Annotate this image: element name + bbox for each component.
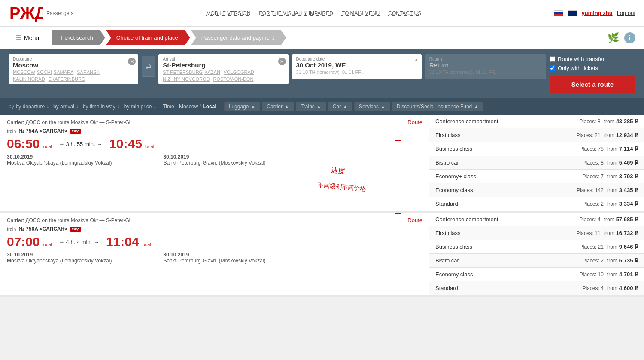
sort-departure-link[interactable]: by departure: [16, 104, 45, 110]
price-amount-0-3: 5,469 ₽: [619, 159, 638, 166]
info-icons: 🌿 i: [608, 32, 635, 43]
price-row-0-0[interactable]: Conference compartment Places: 8 from 43…: [429, 115, 644, 128]
depart-block-0: 06:50 local: [7, 137, 52, 151]
arrive-local-tag-1: local: [141, 242, 151, 247]
price-amount-0-4: 3,793 ₽: [619, 173, 638, 180]
departure-date-label: Departure date: [296, 57, 409, 61]
suggestion-saransk[interactable]: SARANSK: [77, 70, 100, 75]
price-row-1-3[interactable]: Bistro car Places: 2 from 6,735 ₽: [429, 254, 644, 268]
price-places-1-2: Places: 21: [580, 244, 604, 250]
date-up-button[interactable]: ▲: [414, 57, 419, 63]
only-tickets-option[interactable]: Only with tickets: [550, 65, 635, 71]
departure-value: Moscow: [13, 61, 125, 69]
select-route-button[interactable]: Select a route: [550, 76, 635, 93]
train-number-0: № 754А «САПСАН»: [18, 128, 67, 134]
clear-arrival-button[interactable]: ✕: [278, 58, 286, 65]
depart-local-tag-0: local: [42, 144, 52, 149]
price-places-1-5: Places: 4: [582, 285, 603, 291]
return-label: Return: [429, 57, 542, 61]
suggestion-stpetersburg[interactable]: ST-PETERSBURG: [163, 70, 203, 75]
route-with-transfer-option[interactable]: Route with transfer: [550, 56, 635, 62]
suggestion-rostov[interactable]: ROSTOV-ON-DON: [213, 76, 253, 82]
flag-ru-icon[interactable]: [554, 10, 563, 16]
step-ticket-search[interactable]: Ticket search: [52, 30, 105, 45]
price-row-0-5[interactable]: Economy class Places: 142 from 3,435 ₽: [429, 183, 644, 197]
car-filter-button[interactable]: Car▲: [328, 102, 352, 111]
price-row-0-6[interactable]: Standard Places: 2 from 3,334 ₽: [429, 197, 644, 211]
suggestion-moscow[interactable]: MOSCOW: [13, 70, 35, 75]
price-row-1-4[interactable]: Economy class Places: 10 from 4,701 ₽: [429, 268, 644, 281]
step-choice-train[interactable]: Choice of train and place: [106, 30, 190, 45]
price-row-0-4[interactable]: Economy+ class Places: 7 from 3,793 ₽: [429, 170, 644, 183]
price-row-1-5[interactable]: Standard Places: 4 from 4,600 ₽: [429, 281, 644, 295]
discounts-filter-button[interactable]: Discounts/Social Insurance Fund▲: [392, 102, 483, 111]
departure-field: Departure Moscow MOSCOW SOCHI SAMARA SAR…: [9, 54, 138, 84]
price-amount-1-3: 6,735 ₽: [619, 257, 638, 264]
main-menu-link[interactable]: TO MAIN MENU: [342, 10, 380, 16]
route-link-1[interactable]: Route: [407, 217, 422, 223]
suggestion-ekaterinburg[interactable]: EKATERINBURG: [49, 76, 85, 82]
price-row-0-3[interactable]: Bistro car Places: 8 from 5,469 ₽: [429, 156, 644, 170]
suggestion-samara[interactable]: SAMARA: [54, 70, 73, 75]
logout-link[interactable]: Log out: [617, 10, 635, 16]
menu-button[interactable]: ☰ Menu: [9, 31, 46, 45]
arrive-local-tag-0: local: [145, 144, 155, 149]
info-circle-icon[interactable]: i: [624, 32, 635, 43]
depart-info-1: 30.10.2019 Moskva Oktyabr'skaya (Leningr…: [7, 252, 422, 264]
route-with-transfer-checkbox[interactable]: [550, 56, 555, 62]
sort-icon-time: ↕: [117, 104, 120, 110]
time-moscow-link[interactable]: Moscow: [179, 104, 198, 110]
sort-price-link[interactable]: by min price: [124, 104, 152, 110]
visually-impaired-link[interactable]: FOR THE VISUALLY IMPAIRED: [259, 10, 333, 16]
luggage-filter-button[interactable]: Luggage▲: [224, 102, 261, 111]
services-filter-button[interactable]: Services▲: [354, 102, 390, 111]
suggestion-kazan[interactable]: KAZAN: [204, 70, 220, 75]
username-link[interactable]: yuming zhu: [581, 10, 612, 16]
price-from-0-3: from: [607, 160, 617, 166]
mobile-version-link[interactable]: MOBILE VERSION: [207, 10, 251, 16]
price-amount-0-2: 7,114 ₽: [619, 146, 638, 152]
only-tickets-checkbox[interactable]: [550, 65, 555, 71]
price-places-0-3: Places: 8: [582, 160, 603, 166]
swap-button[interactable]: ⇄: [142, 56, 155, 77]
price-from-0-4: from: [607, 174, 617, 180]
sapsan-logo-1: РЖД: [70, 227, 81, 232]
carrier-filter-button[interactable]: Carrier▲: [262, 102, 294, 111]
price-places-0-2: Places: 78: [580, 146, 604, 152]
suggestion-kaliningrad[interactable]: KALININGRAD: [13, 76, 45, 82]
route-link-0[interactable]: Route: [407, 119, 422, 125]
logo-text: Passengers: [46, 10, 73, 16]
price-panel-1: Conference compartment Places: 4 from 57…: [429, 213, 644, 295]
price-amount-0-5: 3,435 ₽: [619, 187, 638, 193]
sort-time-link[interactable]: by time in way: [83, 104, 115, 110]
price-row-1-2[interactable]: Business class Places: 21 from 9,646 ₽: [429, 240, 644, 254]
price-places-0-4: Places: 7: [582, 174, 603, 180]
clear-departure-button[interactable]: ✕: [128, 58, 136, 65]
rzd-logo-icon: РЖД: [9, 3, 43, 23]
price-class-0-3: Bistro car: [435, 159, 582, 166]
sort-arrival-link[interactable]: by arrival: [53, 104, 74, 110]
arrival-value: St-Petersburg: [163, 61, 275, 69]
price-row-1-1[interactable]: First class Places: 11 from 16,732 ₽: [429, 226, 644, 240]
price-row-0-1[interactable]: First class Places: 21 from 12,934 ₽: [429, 128, 644, 142]
sort-label: by: [9, 104, 14, 110]
price-class-1-4: Economy class: [435, 271, 580, 278]
price-row-0-2[interactable]: Business class Places: 78 from 7,114 ₽: [429, 142, 644, 156]
price-amount-0-6: 3,334 ₽: [619, 201, 638, 207]
arrive-date-0: 30.10.2019: [163, 154, 265, 160]
price-row-1-0[interactable]: Conference compartment Places: 4 from 57…: [429, 213, 644, 226]
contact-us-link[interactable]: CONTACT US: [388, 10, 421, 16]
flag-en-icon[interactable]: [568, 10, 577, 16]
step-passenger-data[interactable]: Passenger data and payment: [191, 30, 286, 45]
suggestion-sochi[interactable]: SOCHI: [37, 70, 52, 75]
menu-label: Menu: [24, 34, 39, 41]
time-local-link[interactable]: Local: [203, 104, 216, 110]
breadcrumb-bar: ☰ Menu Ticket search Choice of train and…: [0, 27, 644, 49]
search-bar: Departure Moscow MOSCOW SOCHI SAMARA SAR…: [0, 49, 644, 98]
price-amount-1-4: 4,701 ₽: [619, 271, 638, 278]
train-label-0: train: [7, 128, 16, 134]
suggestion-volgograd[interactable]: VOLGOGRAD: [224, 70, 254, 75]
trains-filter-button[interactable]: Trains▲: [296, 102, 326, 111]
price-places-0-5: Places: 142: [577, 187, 604, 193]
suggestion-nizhny[interactable]: NIZHNY NOVGOROD: [163, 76, 210, 82]
